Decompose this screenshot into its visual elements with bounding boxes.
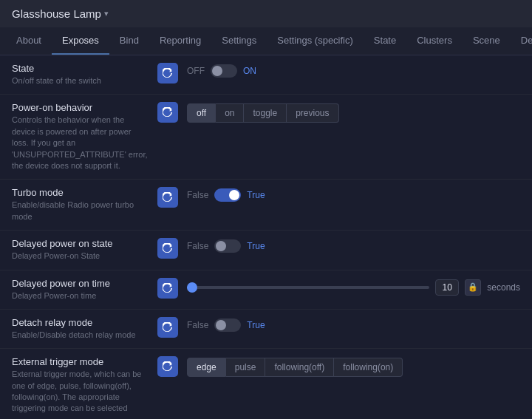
power-on-off-btn[interactable]: off (187, 103, 216, 123)
delayed-time-slider-container: 10 🔒 seconds (187, 279, 520, 296)
turbo-true-label: True (247, 190, 265, 200)
refresh-icon (163, 192, 173, 202)
detach-relay-refresh-btn[interactable] (157, 317, 178, 338)
state-control: OFF ON (187, 63, 520, 78)
tab-settings[interactable]: Settings (211, 27, 267, 55)
refresh-icon (163, 361, 173, 372)
external-trigger-row: External trigger mode External trigger m… (0, 349, 532, 415)
detach-relay-toggle[interactable] (214, 318, 241, 332)
state-toggle-container: OFF ON (187, 64, 256, 78)
delayed-power-state-knob (216, 241, 226, 251)
delayed-power-state-label: Delayed power on state (12, 238, 149, 249)
refresh-icon (163, 283, 173, 293)
external-trigger-refresh-btn[interactable] (157, 356, 178, 377)
delayed-power-state-track (214, 239, 241, 253)
tab-dev-console[interactable]: Dev console (511, 27, 532, 55)
turbo-mode-row: Turbo mode Enable/disable Radio power tu… (0, 180, 532, 231)
delayed-power-time-row: Delayed power on time Delayed Power-on t… (0, 270, 532, 310)
turbo-mode-toggle[interactable] (214, 188, 241, 202)
turbo-mode-label: Turbo mode (12, 187, 149, 198)
turbo-mode-toggle-container: False True (187, 188, 265, 202)
app-header: Glasshouse Lamp ▾ (0, 0, 532, 27)
delayed-time-lock-btn[interactable]: 🔒 (465, 279, 481, 296)
turbo-mode-desc: Enable/disable Radio power turbo mode (12, 200, 149, 222)
power-on-label-col: Power-on behavior Controls the behavior … (12, 102, 149, 171)
state-refresh-btn[interactable] (157, 63, 178, 84)
delayed-power-state-label-col: Delayed power on state Delayed Power-on … (12, 238, 149, 262)
delayed-power-time-refresh-btn[interactable] (157, 278, 178, 299)
delayed-power-time-desc: Delayed Power-on time (12, 290, 149, 302)
turbo-mode-control: False True (187, 187, 520, 202)
detach-relay-true-label: True (247, 320, 265, 330)
tab-about[interactable]: About (6, 27, 52, 55)
delayed-power-state-toggle-container: False True (187, 239, 265, 253)
delayed-power-state-refresh-btn[interactable] (157, 238, 178, 259)
external-trigger-label: External trigger mode (12, 356, 149, 367)
tab-scene[interactable]: Scene (463, 27, 511, 55)
power-on-previous-btn[interactable]: previous (287, 103, 338, 123)
detach-relay-knob (216, 320, 226, 330)
turbo-mode-toggle-knob (229, 190, 239, 200)
detach-relay-label-col: Detach relay mode Enable/Disable detach … (12, 317, 149, 341)
power-on-on-btn[interactable]: on (216, 103, 244, 123)
tab-exposes[interactable]: Exposes (52, 27, 109, 55)
tab-settings-specific[interactable]: Settings (specific) (267, 27, 364, 55)
external-trigger-desc: External trigger mode, which can be one … (12, 369, 149, 415)
turbo-false-label: False (187, 190, 208, 200)
detach-relay-false-label: False (187, 320, 208, 330)
power-on-toggle-btn[interactable]: toggle (244, 103, 287, 123)
delayed-state-true-label: True (247, 241, 265, 251)
refresh-icon (163, 243, 173, 253)
state-toggle-track (211, 64, 237, 78)
refresh-icon (163, 322, 173, 333)
app-title-text: Glasshouse Lamp (12, 7, 101, 20)
power-on-btn-group: off on toggle previous (187, 103, 339, 123)
delayed-time-seconds-label: seconds (487, 282, 520, 293)
tab-state[interactable]: State (364, 27, 406, 55)
app-title-chevron[interactable]: ▾ (104, 9, 109, 18)
external-trigger-btn-group: edge pulse following(off) following(on) (187, 358, 403, 377)
main-content: State On/off state of the switch OFF ON … (0, 55, 532, 415)
tab-reporting[interactable]: Reporting (149, 27, 211, 55)
detach-relay-label: Detach relay mode (12, 317, 149, 328)
nav-tabs: About Exposes Bind Reporting Settings Se… (0, 27, 532, 55)
detach-relay-desc: Enable/Disable detach relay mode (12, 330, 149, 341)
delayed-time-value[interactable]: 10 (435, 279, 459, 296)
external-trigger-control: edge pulse following(off) following(on) (187, 356, 520, 377)
power-on-label: Power-on behavior (12, 102, 149, 113)
turbo-mode-toggle-track (214, 188, 241, 202)
delayed-power-state-toggle[interactable] (214, 239, 241, 253)
power-on-control: off on toggle previous (187, 102, 520, 123)
external-trigger-label-col: External trigger mode External trigger m… (12, 356, 149, 415)
delayed-time-slider-track[interactable] (187, 286, 429, 289)
power-on-refresh-btn[interactable] (157, 102, 178, 123)
delayed-time-slider-thumb[interactable] (187, 282, 197, 293)
delayed-power-time-control: 10 🔒 seconds (187, 278, 520, 296)
detach-relay-control: False True (187, 317, 520, 332)
delayed-power-state-control: False True (187, 238, 520, 253)
state-on-label: ON (243, 66, 256, 76)
external-trigger-edge-btn[interactable]: edge (187, 358, 226, 377)
external-trigger-following-on-btn[interactable]: following(on) (334, 358, 403, 377)
delayed-power-time-label-col: Delayed power on time Delayed Power-on t… (12, 278, 149, 302)
state-desc: On/off state of the switch (12, 75, 149, 86)
state-label: State (12, 63, 149, 74)
delayed-power-state-row: Delayed power on state Delayed Power-on … (0, 231, 532, 270)
detach-relay-toggle-container: False True (187, 318, 265, 332)
delayed-state-false-label: False (187, 241, 208, 251)
external-trigger-pulse-btn[interactable]: pulse (226, 358, 266, 377)
refresh-icon (163, 107, 173, 117)
state-row: State On/off state of the switch OFF ON (0, 55, 532, 95)
power-on-row: Power-on behavior Controls the behavior … (0, 95, 532, 180)
turbo-mode-refresh-btn[interactable] (157, 187, 178, 208)
power-on-desc: Controls the behavior when the device is… (12, 115, 149, 171)
turbo-mode-label-col: Turbo mode Enable/disable Radio power tu… (12, 187, 149, 222)
state-toggle-knob (212, 66, 222, 76)
external-trigger-following-off-btn[interactable]: following(off) (265, 358, 334, 377)
state-label-col: State On/off state of the switch (12, 63, 149, 86)
detach-relay-row: Detach relay mode Enable/Disable detach … (0, 310, 532, 349)
detach-relay-track (214, 318, 241, 332)
tab-clusters[interactable]: Clusters (406, 27, 463, 55)
tab-bind[interactable]: Bind (109, 27, 149, 55)
state-toggle[interactable] (211, 64, 237, 78)
